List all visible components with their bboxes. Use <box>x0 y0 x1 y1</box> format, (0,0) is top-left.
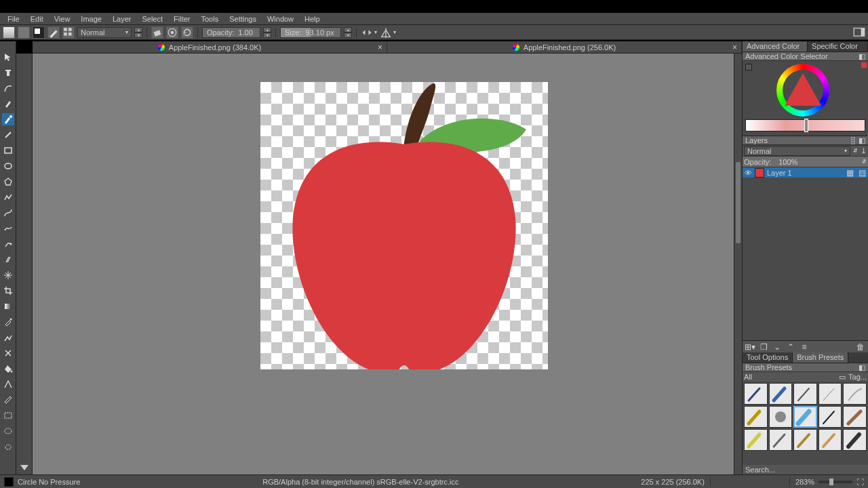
zoom-slider[interactable] <box>818 481 852 483</box>
zoom-fit-icon[interactable]: ⛶ <box>856 478 864 486</box>
gradient-tool-icon[interactable] <box>2 300 14 312</box>
multibrush-tool-icon[interactable] <box>2 253 14 266</box>
assistant-tool-icon[interactable] <box>2 378 14 390</box>
tab-advanced-color[interactable]: Advanced Color Selector <box>743 41 808 52</box>
polyline-tool-icon[interactable] <box>2 191 14 203</box>
freehand-path-tool-icon[interactable] <box>2 222 14 235</box>
alpha-lock-icon[interactable] <box>166 26 178 39</box>
brush-preset[interactable] <box>769 429 793 451</box>
smart-patch-tool-icon[interactable] <box>2 347 14 359</box>
menu-view[interactable]: View <box>50 14 75 24</box>
brush-preset[interactable] <box>843 429 867 451</box>
menu-edit[interactable]: Edit <box>26 14 48 24</box>
tab-tool-options[interactable]: Tool Options <box>743 352 793 363</box>
brush-filter-all[interactable]: All <box>744 373 752 381</box>
preset-grid-icon[interactable] <box>62 26 75 39</box>
advanced-color-selector[interactable] <box>743 61 868 136</box>
layer-blend-spinner[interactable]: ⇵ <box>853 148 858 154</box>
panel-float-icon[interactable]: ◧ <box>859 363 865 372</box>
layer-props-icon[interactable]: ▤ <box>857 168 867 178</box>
layer-alpha-icon[interactable]: ▦ <box>845 168 854 178</box>
document-tab-1[interactable]: AppleFinished.png (384.0K) × <box>33 41 387 53</box>
menu-layer[interactable]: Layer <box>108 14 136 24</box>
text-tool-icon[interactable] <box>2 66 14 79</box>
fill-tool-icon[interactable] <box>2 363 14 375</box>
brush-tag-button[interactable]: Tag... <box>848 373 867 382</box>
brush-preset[interactable] <box>818 429 842 451</box>
menu-filter[interactable]: Filter <box>169 14 195 24</box>
menu-select[interactable]: Select <box>137 14 167 24</box>
gradient-swatch-icon[interactable] <box>3 26 15 39</box>
opacity-field[interactable]: Opacity:1.00 <box>202 27 260 38</box>
brush-preset[interactable] <box>793 429 817 451</box>
calligraphy-tool-icon[interactable] <box>2 98 14 110</box>
pattern-swatch-icon[interactable] <box>18 26 30 39</box>
menu-file[interactable]: File <box>3 14 24 24</box>
color-marker[interactable] <box>804 119 808 132</box>
panel-float-icon[interactable]: ◧ <box>859 136 865 145</box>
move-layer-up-icon[interactable]: ⌃ <box>786 342 795 352</box>
workspace-chooser-icon[interactable] <box>853 26 865 39</box>
close-tab-icon[interactable]: × <box>378 43 382 52</box>
brush-view-icon[interactable]: ▭ <box>839 373 846 382</box>
menu-settings[interactable]: Settings <box>224 14 261 24</box>
menu-window[interactable]: Window <box>262 14 298 24</box>
layer-opacity-spinner[interactable]: ⇵ <box>862 159 867 165</box>
canvas-scrollbar-vertical[interactable] <box>734 54 742 474</box>
menu-image[interactable]: Image <box>76 14 106 24</box>
brush-tool-icon[interactable] <box>2 113 14 125</box>
tab-specific-color[interactable]: Specific Color Selector <box>808 41 868 52</box>
rect-tool-icon[interactable] <box>2 144 14 157</box>
color-history-strip[interactable] <box>745 119 865 131</box>
layers-list[interactable] <box>743 178 868 340</box>
canvas[interactable]: ✊ <box>260 82 548 369</box>
brush-preset[interactable] <box>843 383 867 405</box>
brush-preset-selected[interactable] <box>793 406 817 428</box>
layer-properties-icon[interactable]: ≡ <box>800 342 809 352</box>
current-fg-swatch[interactable] <box>4 477 14 487</box>
color-picker-tool-icon[interactable] <box>2 316 14 328</box>
brush-preset[interactable] <box>744 406 768 428</box>
eraser-mode-icon[interactable] <box>151 26 163 39</box>
document-tab-2[interactable]: AppleFinished.png (256.0K) × <box>387 41 742 53</box>
tab-brush-presets[interactable]: Brush Presets <box>793 352 848 363</box>
sv-triangle[interactable] <box>785 73 821 106</box>
reload-preset-icon[interactable] <box>181 26 193 39</box>
blend-mode-select[interactable]: Normal▾ <box>77 27 132 38</box>
brush-preset[interactable] <box>744 429 768 451</box>
measure-tool-icon[interactable] <box>2 394 14 406</box>
layer-lock-icon[interactable]: ⤓ <box>861 146 867 155</box>
brush-engine-icon[interactable] <box>47 26 60 39</box>
brush-preset[interactable] <box>818 406 842 428</box>
menu-tools[interactable]: Tools <box>197 14 224 24</box>
close-tab-icon[interactable]: × <box>732 43 737 52</box>
mirror-v-dropdown-icon[interactable]: ▾ <box>393 29 396 35</box>
panel-float-icon[interactable]: ◧ <box>859 52 865 61</box>
size-spinner[interactable]: ▴▾ <box>344 27 352 38</box>
polygon-tool-icon[interactable] <box>2 176 14 188</box>
edit-shape-tool-icon[interactable] <box>2 82 14 94</box>
scroll-thumb[interactable] <box>736 162 741 243</box>
brush-search[interactable]: Search... <box>743 465 868 474</box>
dynamic-brush-tool-icon[interactable] <box>2 238 14 250</box>
ellipse-tool-icon[interactable] <box>2 160 14 172</box>
mirror-v-icon[interactable] <box>380 26 392 39</box>
layers-filter-icon[interactable]: ⣿ <box>850 136 856 145</box>
transform-tool-icon[interactable] <box>2 269 14 281</box>
layer-visible-icon[interactable]: 👁 <box>744 169 752 177</box>
mirror-h-icon[interactable] <box>361 26 373 39</box>
size-field[interactable]: Size:93.10 px <box>280 27 341 38</box>
move-layer-down-icon[interactable]: ⌄ <box>772 342 782 352</box>
pattern-tool-icon[interactable] <box>2 331 14 344</box>
delete-layer-icon[interactable]: 🗑 <box>856 342 865 352</box>
brush-preset[interactable] <box>769 406 793 428</box>
brush-preset[interactable] <box>818 383 842 405</box>
color-config-icon[interactable] <box>745 64 752 70</box>
line-tool-icon[interactable] <box>2 129 14 141</box>
layer-row-1[interactable]: 👁 Layer 1 ▦ ▤ <box>743 167 868 178</box>
brush-preset[interactable] <box>769 383 793 405</box>
opacity-spinner[interactable]: ▴▾ <box>263 27 271 38</box>
brush-preset[interactable] <box>843 406 867 428</box>
ellipse-select-tool-icon[interactable] <box>2 425 14 437</box>
mirror-h-dropdown-icon[interactable]: ▾ <box>374 29 377 35</box>
